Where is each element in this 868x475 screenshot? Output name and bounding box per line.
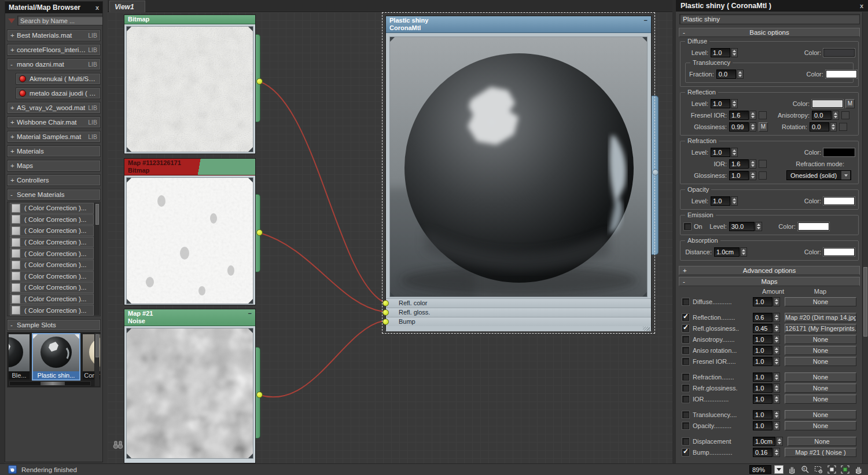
scene-materials-header[interactable]: - Scene Materials (7, 189, 101, 200)
library-item[interactable]: + Materials (7, 145, 101, 157)
map-checkbox[interactable]: ✓ (682, 422, 689, 429)
map-checkbox[interactable]: ✓ (682, 438, 689, 445)
input-slot-refl-gloss[interactable]: Refl. gloss. (386, 308, 651, 317)
scene-material-row[interactable]: ( Color Correction )... (10, 271, 94, 282)
map-slot-button[interactable]: None (785, 357, 856, 366)
map-checkbox[interactable]: ✓ (682, 314, 689, 321)
diffuse-level-spinner[interactable]: 1.0 (711, 48, 738, 57)
map-amount-spinner[interactable]: 1.0 (753, 357, 780, 366)
material-output-socket[interactable] (652, 169, 659, 176)
input-socket[interactable] (382, 309, 389, 316)
map-checkbox[interactable]: ✓ (682, 411, 689, 418)
collapse-icon[interactable]: − (644, 17, 648, 24)
reflection-color-map-button[interactable]: M (845, 99, 855, 108)
refraction-color-swatch[interactable] (823, 148, 855, 156)
fresnel-ior-spinner[interactable]: 1.6 (729, 111, 756, 120)
fresnel-map-slot[interactable] (759, 111, 767, 119)
parameters-titlebar[interactable]: Plastic shiny ( CoronaMtl ) x (676, 0, 868, 12)
collapse-icon[interactable]: − (248, 310, 252, 317)
rollout-advanced-options[interactable]: + Advanced options (679, 266, 860, 275)
library-item[interactable]: + Wishbone Chair.mat LIB (7, 116, 101, 128)
node-canvas[interactable]: Bitmap (108, 12, 672, 463)
sample-slot-selected[interactable]: Plastic shin... (32, 333, 80, 381)
library-item[interactable]: + Maps (7, 160, 101, 171)
scene-material-row[interactable]: ( Color Correction )... (10, 260, 94, 271)
map-checkbox[interactable]: ✓ (682, 298, 689, 305)
map-checkbox[interactable]: ✓ (682, 396, 689, 403)
reflection-level-spinner[interactable]: 1.0 (711, 99, 738, 108)
refraction-ior-spinner[interactable]: 1.6 (729, 159, 756, 169)
node-noise[interactable]: Map #21 Noise − (124, 309, 256, 463)
scene-list-scrollbar[interactable] (94, 203, 100, 315)
map-amount-spinner[interactable]: 1.0 (753, 346, 780, 355)
map-slot-button[interactable]: Map #21 ( Noise ) (785, 448, 856, 457)
slots-hscrollbar[interactable] (9, 381, 91, 386)
map-amount-spinner[interactable]: 1.0 (753, 383, 780, 393)
output-socket[interactable] (256, 78, 263, 85)
expander-icon[interactable]: - (10, 61, 17, 68)
input-slot-refl-color[interactable]: Refl. color (386, 298, 651, 308)
map-checkbox[interactable]: ✓ (682, 347, 689, 354)
map-checkbox[interactable]: ✓ (682, 449, 689, 456)
map-slot-button[interactable]: None (788, 437, 856, 446)
emission-level-spinner[interactable]: 30.0 (729, 222, 762, 231)
absorption-color-swatch[interactable] (823, 248, 855, 256)
zoom-dropdown-icon[interactable] (774, 465, 784, 474)
node-bitmap-fingerprints[interactable]: Map #1123126171 Bitmap (124, 158, 256, 305)
refraction-glossiness-spinner[interactable]: 1.0 (729, 171, 756, 180)
reflection-color-swatch[interactable] (812, 100, 843, 108)
slots-scrollbar[interactable] (94, 333, 100, 386)
map-slot-button[interactable]: None (785, 410, 856, 419)
expander-icon[interactable]: + (10, 46, 17, 53)
pan-hand-icon[interactable] (786, 465, 797, 474)
emission-on-checkbox[interactable]: ✓ (684, 223, 691, 230)
anisotropy-map-slot[interactable] (841, 111, 849, 119)
library-item[interactable]: metalo dazai juodi ( M... (16, 87, 101, 99)
absorption-distance-spinner[interactable]: 1.0cm (714, 247, 747, 257)
node-bitmap-dirt[interactable]: Bitmap (124, 14, 256, 154)
library-item[interactable]: + AS_vray_v2_wood.mat LIB (7, 102, 101, 114)
map-slot-button[interactable]: Map #20 (Dirt map 14.jpg) (785, 313, 856, 322)
map-checkbox[interactable]: ✓ (682, 374, 689, 381)
map-slot-button[interactable]: None (785, 335, 856, 344)
scene-material-row[interactable]: ( Color Correction )... (10, 225, 94, 236)
sample-slot[interactable]: Ble... (9, 334, 30, 379)
map-checkbox[interactable]: ✓ (682, 325, 689, 332)
map-slot-button[interactable]: 126171 (My FIngerprints.jpg) (785, 324, 856, 333)
close-icon[interactable]: x (95, 4, 99, 11)
map-slot-button[interactable]: None (785, 421, 856, 430)
refraction-level-spinner[interactable]: 1.0 (711, 148, 738, 157)
map-slot-button[interactable]: None (785, 346, 856, 355)
glossiness-spinner[interactable]: 0.99 (729, 122, 756, 131)
map-checkbox[interactable]: ✓ (682, 336, 689, 343)
map-amount-spinner[interactable]: 1.0 (753, 335, 780, 344)
output-socket[interactable] (256, 392, 263, 398)
scene-material-row[interactable]: ( Color Correction )... (10, 203, 94, 214)
library-item[interactable]: + Controllers (7, 174, 101, 186)
map-amount-spinner[interactable]: 0.6 (753, 313, 780, 322)
map-amount-spinner[interactable]: 0.16 (753, 448, 780, 457)
opacity-level-spinner[interactable]: 1.0 (711, 196, 738, 206)
binoculars-icon[interactable] (113, 440, 123, 450)
rollout-basic-options[interactable]: - Basic options (679, 28, 860, 37)
emission-color-swatch[interactable] (798, 222, 829, 231)
opacity-color-swatch[interactable] (823, 197, 855, 205)
expander-icon[interactable]: + (10, 104, 17, 111)
library-item[interactable]: + Best Materials.mat LIB (7, 30, 101, 41)
library-item[interactable]: - mano dazni.mat LIB (7, 59, 101, 70)
parameters-scrollbar[interactable] (862, 12, 868, 463)
output-socket[interactable] (256, 229, 263, 236)
glossiness-map-button[interactable]: M (759, 122, 768, 131)
node-material-plastic-shiny[interactable]: Plastic shiny CoronaMtl − (385, 16, 652, 330)
expander-icon[interactable]: + (10, 32, 17, 39)
node-resize-grip[interactable] (386, 326, 651, 331)
input-socket[interactable] (382, 300, 389, 306)
library-item[interactable]: Akmenukai ( Multi/Su... (16, 73, 101, 85)
search-input[interactable] (17, 16, 103, 25)
zoom-level-value[interactable]: 89% (749, 465, 771, 474)
map-amount-spinner[interactable]: 1.0 (753, 297, 780, 306)
expander-icon[interactable]: + (10, 177, 17, 184)
expander-icon[interactable]: + (10, 162, 17, 169)
expander-icon[interactable]: - (10, 191, 17, 198)
map-slot-button[interactable]: None (785, 394, 856, 404)
